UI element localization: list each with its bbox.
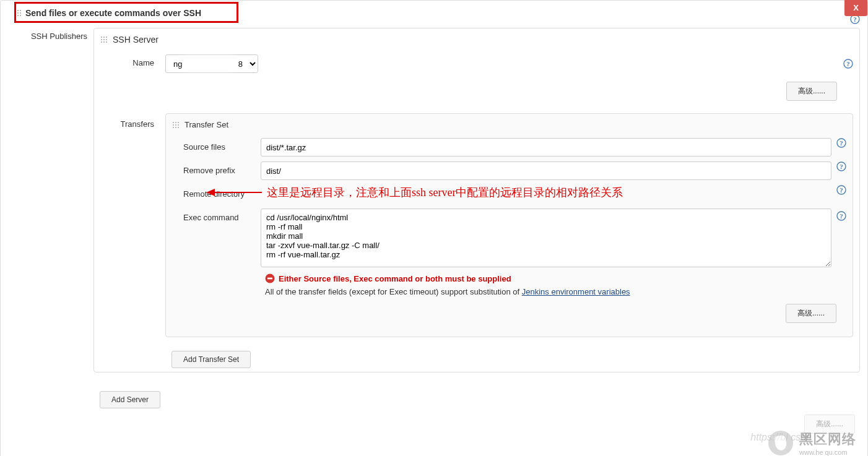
jenkins-env-vars-link[interactable]: Jenkins environment variables bbox=[522, 287, 630, 296]
info-text-prefix: All of the transfer fields (except for E… bbox=[265, 287, 522, 296]
remove-prefix-label: Remove prefix bbox=[183, 161, 261, 175]
help-icon[interactable]: ? bbox=[836, 138, 846, 148]
help-icon[interactable]: ? bbox=[843, 59, 853, 69]
remove-prefix-input[interactable] bbox=[261, 161, 831, 180]
ssh-server-title-text: SSH Server bbox=[113, 35, 158, 45]
name-label: Name bbox=[100, 54, 165, 67]
section-title: Send files or execute commands over SSH bbox=[1, 1, 867, 25]
transfer-advanced-button[interactable]: 高级...... bbox=[786, 304, 836, 323]
watermark-en: www.he qu.com bbox=[799, 449, 856, 456]
ssh-server-advanced-button[interactable]: 高级...... bbox=[786, 82, 837, 101]
help-icon[interactable]: ? bbox=[836, 211, 846, 221]
redacted-overlay bbox=[184, 56, 233, 71]
svg-marker-9 bbox=[206, 189, 215, 196]
add-server-button[interactable]: Add Server bbox=[100, 391, 160, 408]
annotation-text: 这里是远程目录，注意和上面ssh server中配置的远程目录的相对路径关系 bbox=[261, 185, 831, 200]
source-files-input[interactable] bbox=[261, 138, 831, 157]
close-button[interactable]: X bbox=[844, 0, 867, 16]
transfers-label: Transfers bbox=[100, 113, 165, 129]
validation-error-row: Either Source files, Exec command or bot… bbox=[166, 270, 853, 285]
ssh-server-block: SSH Server Name ng 8 ? bbox=[93, 28, 860, 372]
annotation-text-content: 这里是远程目录，注意和上面ssh server中配置的远程目录的相对路径关系 bbox=[267, 186, 623, 199]
info-text: All of the transfer fields (except for E… bbox=[166, 285, 853, 299]
svg-text:?: ? bbox=[846, 60, 850, 67]
drag-grip-icon[interactable] bbox=[100, 36, 108, 43]
source-files-label: Source files bbox=[183, 138, 261, 152]
ssh-server-title: SSH Server bbox=[94, 28, 859, 51]
outer-advanced-button[interactable]: 高级...... bbox=[804, 415, 855, 434]
help-icon[interactable]: ? bbox=[836, 185, 846, 195]
transfer-set-title: Transfer Set bbox=[166, 114, 853, 136]
add-transfer-set-button[interactable]: Add Transfer Set bbox=[171, 351, 251, 368]
drag-grip-icon[interactable] bbox=[14, 9, 22, 17]
watermark-logo-icon bbox=[768, 431, 793, 455]
svg-text:?: ? bbox=[840, 139, 843, 147]
exec-command-label: Exec command bbox=[183, 209, 261, 222]
section-title-text: Send files or execute commands over SSH bbox=[25, 8, 201, 18]
transfer-set-block: Transfer Set Source files ? Remove bbox=[165, 113, 853, 337]
ssh-publishers-label: SSH Publishers bbox=[1, 25, 93, 41]
watermark: 黑区网络 www.he qu.com bbox=[768, 430, 856, 456]
drag-grip-icon[interactable] bbox=[172, 121, 180, 129]
arrow-icon bbox=[206, 187, 262, 197]
help-icon[interactable]: ? bbox=[836, 161, 846, 171]
error-icon bbox=[265, 273, 275, 283]
svg-rect-15 bbox=[267, 278, 272, 280]
exec-command-textarea[interactable] bbox=[261, 209, 831, 267]
transfer-set-title-text: Transfer Set bbox=[184, 120, 228, 129]
validation-error-text: Either Source files, Exec command or bot… bbox=[279, 274, 511, 283]
svg-text:?: ? bbox=[840, 186, 843, 194]
svg-text:?: ? bbox=[840, 212, 843, 220]
ssh-publish-section: X ? Send files or execute commands over … bbox=[0, 0, 868, 456]
svg-text:?: ? bbox=[840, 163, 843, 170]
